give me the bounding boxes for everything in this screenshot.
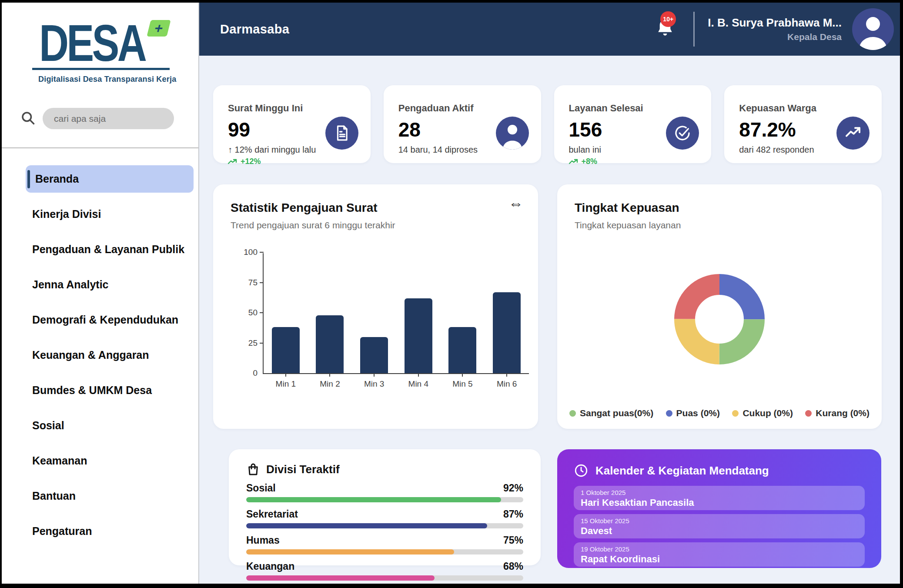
event-title: Rapat Koordinasi <box>581 554 858 565</box>
donut-legend: Sangat puas(0%)Puas (0%)Cukup (0%)Kurang… <box>569 408 870 418</box>
stat-subtitle: ↑ 12% dari minggu lalu <box>228 145 316 155</box>
donut-chart-card: Tingkat Kepuasan Tingkat kepuasan layana… <box>557 184 882 429</box>
sidebar-menu: BerandaKinerja DivisiPengaduan & Layanan… <box>2 165 198 553</box>
person-icon <box>496 117 529 150</box>
bar-min-4[interactable] <box>405 298 432 373</box>
progress-track <box>246 523 523 528</box>
progress-track <box>246 575 523 581</box>
search-input[interactable] <box>43 108 174 129</box>
legend-dot <box>732 410 739 417</box>
stat-value: 99 <box>228 118 316 141</box>
stat-title: Kepuasan Warga <box>739 103 816 114</box>
bar-min-2[interactable] <box>316 315 344 373</box>
stat-card-kepuasan[interactable]: Kepuasan Warga 87.2% dari 482 responden <box>724 85 882 163</box>
stat-subtitle: dari 482 responden <box>739 145 816 155</box>
stat-trend: +12% <box>228 157 316 166</box>
sidebar-item-sosial[interactable]: Sosial <box>26 412 194 439</box>
event-list: 1 Oktober 2025Hari Kesaktian Pancasila15… <box>574 486 865 567</box>
bar-min-5[interactable] <box>448 327 476 373</box>
clock-icon <box>574 463 589 478</box>
sidebar-item-pengaturan[interactable]: Pengaturan <box>26 518 194 545</box>
sidebar-item-label: Keuangan & Anggaran <box>32 349 149 361</box>
dashboard-content: Surat Minggu Ini 99 ↑ 12% dari minggu la… <box>199 56 900 584</box>
sidebar-item-keamanan[interactable]: Keamanan <box>26 447 194 474</box>
divisions-header: Divisi Teraktif <box>246 462 523 476</box>
bar-chart-title: Statistik Pengajuan Surat <box>231 201 521 215</box>
division-label: Sekretariat <box>246 508 298 520</box>
person-icon <box>852 8 894 50</box>
app-logo: DESA + Digitalisasi Desa Transparansi Ke… <box>39 23 183 89</box>
sidebar-item-jenna-analytic[interactable]: Jenna Analytic <box>26 271 194 298</box>
bar-series <box>264 253 529 373</box>
stat-card-surat[interactable]: Surat Minggu Ini 99 ↑ 12% dari minggu la… <box>213 85 371 163</box>
progress-track <box>246 497 523 502</box>
stat-value: 156 <box>569 118 643 141</box>
event-row-hari-kesaktian-pancasila[interactable]: 1 Oktober 2025Hari Kesaktian Pancasila <box>574 486 865 510</box>
user-block[interactable]: I. B. Surya Prabhawa M... Kepala Desa <box>708 16 842 42</box>
legend-label: Puas (0%) <box>676 408 720 418</box>
event-title: Hari Kesaktian Pancasila <box>581 497 858 508</box>
stat-title: Pengaduan Aktif <box>398 103 478 114</box>
sidebar-item-label: Pengaturan <box>32 525 92 538</box>
y-axis-tick <box>260 343 264 344</box>
legend-dot <box>666 410 672 417</box>
active-accent-bar <box>27 170 30 188</box>
event-row-davest[interactable]: 15 Oktober 2025Davest <box>574 514 865 538</box>
sidebar-item-label: Bumdes & UMKM Desa <box>32 384 152 397</box>
search-row <box>20 108 198 129</box>
x-axis-label: Min 1 <box>272 373 300 389</box>
sidebar-item-label: Sosial <box>32 419 64 432</box>
y-axis-tick <box>260 282 264 283</box>
stats-row: Surat Minggu Ini 99 ↑ 12% dari minggu la… <box>213 85 882 163</box>
donut-chart <box>674 274 765 365</box>
sidebar-item-label: Bantuan <box>32 490 76 502</box>
division-label: Humas <box>246 535 280 546</box>
sidebar-item-keuangan-anggaran[interactable]: Keuangan & Anggaran <box>26 341 194 369</box>
bar-min-3[interactable] <box>360 337 388 373</box>
stat-card-layanan[interactable]: Layanan Selesai 156 bulan ini +8% <box>554 85 712 163</box>
sidebar-item-bumdes-umkm-desa[interactable]: Bumdes & UMKM Desa <box>26 377 194 404</box>
sidebar-item-kinerja-divisi[interactable]: Kinerja Divisi <box>26 200 194 228</box>
search-icon[interactable] <box>20 110 36 127</box>
sidebar-item-bantuan[interactable]: Bantuan <box>26 482 194 510</box>
division-percent: 87% <box>503 508 523 520</box>
bottom-row: Divisi Teraktif Sosial92%Sekretariat87%H… <box>213 449 882 568</box>
donut-chart-subtitle: Tingkat kepuasan layanan <box>575 220 864 231</box>
notification-badge: 10+ <box>660 11 676 27</box>
sidebar-item-beranda[interactable]: Beranda <box>26 165 194 193</box>
sidebar-item-pengaduan-layanan-publik[interactable]: Pengaduan & Layanan Publik <box>26 236 194 263</box>
divisions-card: Divisi Teraktif Sosial92%Sekretariat87%H… <box>229 449 541 565</box>
donut-chart-title: Tingkat Kepuasan <box>575 201 864 215</box>
x-axis-label: Min 4 <box>405 373 432 389</box>
progress-track <box>246 549 523 555</box>
notification-bell-button[interactable]: 10+ <box>656 18 674 40</box>
legend-item-kurang-0: Kurang (0%) <box>805 408 870 418</box>
sidebar-item-demografi-kependudukan[interactable]: Demografi & Kependudukan <box>26 306 194 334</box>
division-row-humas: Humas75% <box>246 535 523 555</box>
y-axis-tick-label: 100 <box>238 247 258 257</box>
bar-chart-plot: Min 1Min 2Min 3Min 4Min 5Min 6 025507510… <box>263 253 529 374</box>
progress-fill <box>246 575 435 581</box>
user-name: I. B. Surya Prabhawa M... <box>708 16 842 30</box>
sidebar-item-label: Keamanan <box>32 454 87 467</box>
x-axis-label: Min 2 <box>316 373 344 389</box>
topbar-divider <box>693 12 695 47</box>
sidebar-divider <box>2 147 198 148</box>
divisions-title: Divisi Teraktif <box>266 463 340 476</box>
stat-card-pengaduan[interactable]: Pengaduan Aktif 28 14 baru, 14 diproses <box>384 85 541 163</box>
topbar-right: 10+ I. B. Surya Prabhawa M... Kepala Des… <box>656 8 894 50</box>
event-title: Davest <box>581 525 858 537</box>
bar-x-labels: Min 1Min 2Min 3Min 4Min 5Min 6 <box>264 373 529 389</box>
event-row-rapat-koordinasi[interactable]: 19 Oktober 2025Rapat Koordinasi <box>574 542 865 567</box>
bar-min-1[interactable] <box>272 327 300 373</box>
stat-value: 28 <box>398 118 478 141</box>
y-axis-tick-label: 0 <box>238 368 258 378</box>
y-axis-tick-label: 25 <box>238 338 258 348</box>
division-percent: 92% <box>503 482 523 494</box>
horizontal-resize-icon[interactable]: ⇔ <box>508 196 523 210</box>
bar-min-6[interactable] <box>493 292 521 373</box>
avatar[interactable] <box>852 8 894 50</box>
page-title: Darmasaba <box>220 22 289 37</box>
division-label: Sosial <box>246 482 276 494</box>
sidebar-item-label: Kinerja Divisi <box>32 208 101 220</box>
